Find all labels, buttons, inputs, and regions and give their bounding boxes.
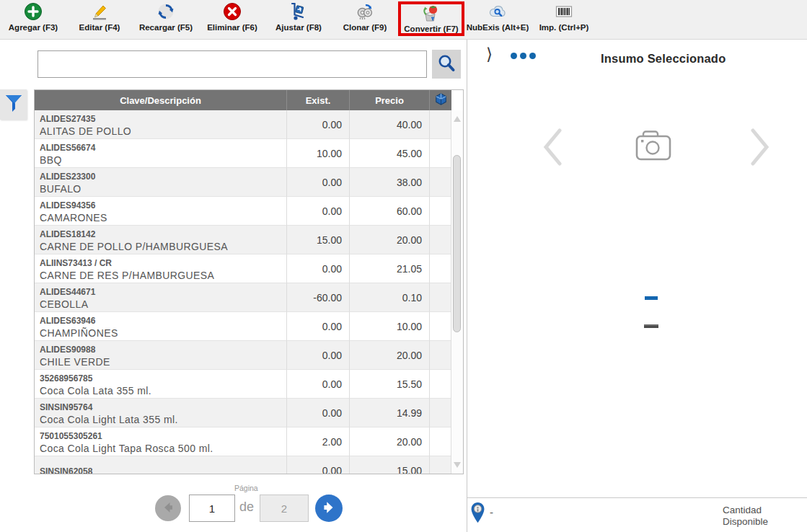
cell-exist: 0.00 (287, 254, 350, 283)
table-row[interactable]: ALIDES44671CEBOLLA-60.000.10 (35, 283, 451, 312)
table-row[interactable]: ALIDES90988CHILE VERDE0.0020.00 (35, 341, 451, 370)
cell-cube (430, 226, 451, 254)
row-clave: 7501055305261 (40, 430, 286, 443)
toolbar-button-eliminar-f6[interactable]: Eliminar (F6) (199, 1, 265, 38)
cell-precio: 21.05 (350, 254, 430, 283)
table-row[interactable]: 35268956785Coca Cola Lata 355 ml.0.0015.… (35, 370, 451, 399)
location-placeholder: - (490, 506, 493, 518)
row-descripcion: ALITAS DE POLLO (40, 125, 286, 138)
cell-cube (430, 370, 451, 399)
row-clave: SINSIN95764 (40, 402, 286, 414)
cell-precio: 20.00 (350, 341, 430, 370)
cell-precio: 14.99 (350, 399, 430, 427)
cell-precio: 40.00 (350, 110, 430, 139)
next-page-button[interactable] (315, 495, 343, 522)
search-button[interactable] (432, 50, 461, 79)
scrollbar-thumb[interactable] (453, 155, 461, 332)
table-row[interactable]: ALIDES94356CAMARONES0.0060.00 (35, 197, 451, 226)
row-descripcion: CHAMPIÑONES (40, 327, 286, 340)
cell-exist: 2.00 (287, 427, 350, 456)
current-page-input[interactable] (189, 495, 235, 522)
cell-precio: 15.00 (350, 456, 430, 474)
page-separator: de (239, 500, 254, 515)
table-body: ALIDES27435ALITAS DE POLLO0.0040.00ALIDE… (35, 110, 451, 474)
scroll-up-icon[interactable] (454, 116, 461, 122)
cell-exist: 0.00 (287, 341, 350, 370)
cell-precio: 0.10 (350, 283, 430, 312)
table-row[interactable]: SINSIN620580.0015.00 (35, 456, 451, 474)
carousel-prev-icon[interactable] (542, 128, 563, 166)
table-row[interactable]: ALIINS73413 / CRCARNE DE RES P/HAMBURGUE… (35, 254, 451, 283)
plus-icon (23, 1, 43, 22)
cell-clave-descripcion: 35268956785Coca Cola Lata 355 ml. (35, 370, 287, 399)
table-row[interactable]: 7501055305261Coca Cola Light Tapa Rosca … (35, 427, 451, 456)
toolbar-button-convertir-f7[interactable]: Convertir (F7) (398, 1, 464, 36)
scroll-down-icon[interactable] (454, 462, 461, 468)
row-clave: ALIDES27435 (40, 113, 286, 125)
cell-cube (430, 197, 451, 226)
table-row[interactable]: ALIDES18142CARNE DE POLLO P/HAMBURGUESA1… (35, 226, 451, 254)
row-descripcion: BUFALO (40, 183, 286, 195)
toolbar-button-ajustar-f8[interactable]: Ajustar (F8) (265, 1, 332, 38)
table-scrollbar[interactable] (451, 110, 463, 474)
toolbar-button-clonar-f9[interactable]: Clonar (F9) (332, 1, 398, 38)
cell-cube (430, 312, 451, 341)
row-clave: SINSIN62058 (40, 466, 286, 475)
location-pin-icon (470, 502, 485, 523)
cell-exist: 0.00 (287, 168, 350, 197)
row-clave: ALIDES63946 (40, 315, 286, 327)
toolbar-button-label: Imp. (Ctrl+P) (539, 23, 589, 32)
cell-clave-descripcion: ALIINS73413 / CRCARNE DE RES P/HAMBURGUE… (35, 254, 287, 283)
barcode-icon (554, 1, 574, 22)
carousel-next-icon[interactable] (750, 128, 770, 166)
quantity-available-label: Cantidad Disponible (723, 505, 791, 528)
more-options-button[interactable] (511, 53, 536, 59)
row-clave: ALIDES18142 (40, 229, 286, 241)
toolbar-button-nubexis-alt-e[interactable]: NubExis (Alt+E) (464, 1, 531, 38)
prev-page-button[interactable] (155, 495, 181, 521)
table-row[interactable]: ALIDES23300BUFALO0.0038.00 (35, 168, 451, 197)
cell-exist: 0.00 (287, 197, 350, 226)
table-row[interactable]: ALIDES27435ALITAS DE POLLO0.0040.00 (35, 110, 451, 139)
cell-cube (430, 283, 451, 312)
column-header-precio[interactable]: Precio (350, 90, 430, 110)
toolbar-button-label: Eliminar (F6) (207, 23, 257, 32)
toolbar: Agregar (F3)Editar (F4)Recargar (F5)Elim… (0, 0, 807, 40)
toolbar-button-label: Agregar (F3) (9, 23, 58, 32)
row-descripcion: CARNE DE RES P/HAMBURGUESA (40, 270, 286, 282)
toolbar-button-recargar-f5[interactable]: Recargar (F5) (133, 1, 199, 38)
search-icon (436, 53, 457, 76)
table-row[interactable]: ALIDES56674BBQ10.0045.00 (35, 139, 451, 168)
camera-icon (635, 130, 671, 161)
page-label: Página (234, 484, 258, 492)
table-row[interactable]: ALIDES63946CHAMPIÑONES0.0010.00 (35, 312, 451, 341)
cell-cube (430, 399, 451, 427)
column-header-clave-descripcion[interactable]: Clave/Descripción (35, 90, 287, 110)
toolbar-button-editar-f4[interactable]: Editar (F4) (66, 1, 133, 38)
row-clave: 35268956785 (40, 373, 286, 385)
cell-exist: -60.00 (287, 283, 350, 312)
cell-cube (430, 456, 451, 474)
search-input[interactable] (38, 50, 427, 78)
cell-cube (430, 168, 451, 197)
cell-clave-descripcion: ALIDES63946CHAMPIÑONES (35, 312, 287, 341)
panel-title: Insumo Seleccionado (601, 52, 726, 66)
refresh-icon (156, 1, 176, 22)
filter-button[interactable] (0, 89, 27, 120)
toolbar-button-imp-ctrl-p[interactable]: Imp. (Ctrl+P) (531, 1, 597, 38)
row-clave: ALIDES44671 (40, 286, 286, 298)
column-header-cube[interactable] (430, 90, 451, 110)
products-table: Clave/Descripción Exist. Precio ALIDES27… (34, 89, 464, 474)
column-header-exist[interactable]: Exist. (287, 90, 350, 110)
table-header: Clave/Descripción Exist. Precio (35, 90, 451, 110)
handtruck-icon (288, 1, 309, 22)
convert-icon (421, 4, 441, 23)
row-clave: ALIINS73413 / CR (40, 257, 286, 270)
cell-precio: 20.00 (350, 427, 430, 456)
table-row[interactable]: SINSIN95764Coca Cola Light Lata 355 ml.0… (35, 399, 451, 427)
toolbar-button-agregar-f3[interactable]: Agregar (F3) (0, 1, 66, 38)
collapse-panel-icon[interactable]: ⟩ (486, 45, 493, 64)
total-pages-input (260, 495, 309, 522)
prev-page-icon (161, 500, 175, 517)
row-descripcion: CARNE DE POLLO P/HAMBURGUESA (40, 241, 286, 253)
